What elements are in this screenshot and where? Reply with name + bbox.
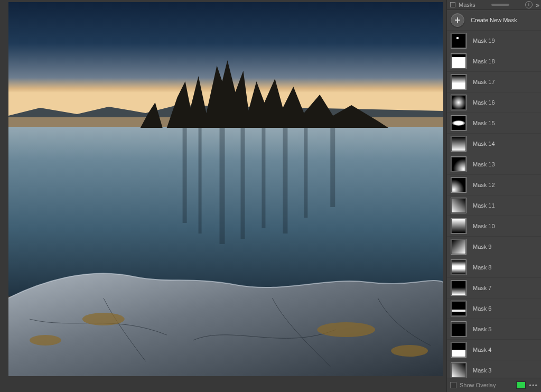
mask-label: Mask 18 xyxy=(473,58,495,64)
panel-dock-icon[interactable] xyxy=(450,2,455,7)
mask-thumbnail[interactable] xyxy=(451,198,467,213)
mask-label: Mask 3 xyxy=(473,367,491,374)
mask-label: Mask 6 xyxy=(473,305,491,312)
mask-thumbnail[interactable] xyxy=(451,321,467,337)
mask-label: Mask 4 xyxy=(473,347,491,353)
mask-thumbnail[interactable] xyxy=(451,342,467,358)
svg-rect-31 xyxy=(262,128,265,228)
masks-panel: Masks i » Create New Mask Mask 19Mask 18… xyxy=(446,0,541,392)
mask-item[interactable]: Mask 13 xyxy=(447,154,541,175)
mask-item[interactable]: Mask 14 xyxy=(447,134,541,154)
svg-point-37 xyxy=(317,322,375,337)
svg-rect-26 xyxy=(8,127,443,296)
mask-label: Mask 17 xyxy=(473,79,495,85)
svg-rect-28 xyxy=(199,128,202,234)
mask-label: Mask 13 xyxy=(473,161,495,167)
create-mask-row[interactable]: Create New Mask xyxy=(447,10,541,31)
mask-thumbnail[interactable] xyxy=(451,74,467,90)
mask-label: Mask 10 xyxy=(473,223,495,229)
plus-icon xyxy=(454,17,461,23)
mask-item[interactable]: Mask 15 xyxy=(447,113,541,134)
mask-item[interactable]: Mask 16 xyxy=(447,92,541,113)
info-icon[interactable]: i xyxy=(525,1,533,8)
mask-thumbnail[interactable] xyxy=(451,218,467,234)
mask-thumbnail[interactable] xyxy=(451,156,467,172)
overlay-options-icon[interactable]: ••• xyxy=(529,381,538,389)
mask-thumbnail[interactable] xyxy=(451,362,467,378)
mask-item[interactable]: Mask 17 xyxy=(447,72,541,92)
svg-rect-30 xyxy=(240,128,245,239)
mask-item[interactable]: Mask 4 xyxy=(447,340,541,360)
mask-thumbnail[interactable] xyxy=(451,280,467,296)
svg-rect-32 xyxy=(283,128,287,234)
mask-label: Mask 14 xyxy=(473,141,495,147)
mask-label: Mask 16 xyxy=(473,99,495,106)
overlay-color-swatch[interactable] xyxy=(516,381,526,389)
svg-rect-34 xyxy=(330,128,335,207)
mask-thumbnail[interactable] xyxy=(451,95,467,110)
mask-item[interactable]: Mask 3 xyxy=(447,360,541,378)
mask-label: Mask 9 xyxy=(473,244,491,250)
mask-thumbnail[interactable] xyxy=(451,177,467,193)
svg-point-36 xyxy=(30,335,61,346)
mask-label: Mask 12 xyxy=(473,182,495,188)
mask-label: Mask 8 xyxy=(473,264,491,270)
mask-label: Mask 15 xyxy=(473,120,495,126)
mask-item[interactable]: Mask 19 xyxy=(447,31,541,51)
expand-panel-icon[interactable]: » xyxy=(536,1,538,9)
svg-point-38 xyxy=(391,345,428,357)
panel-drag-handle[interactable] xyxy=(491,4,509,6)
mask-thumbnail[interactable] xyxy=(451,301,467,316)
mask-item[interactable]: Mask 18 xyxy=(447,51,541,72)
image-canvas[interactable] xyxy=(8,2,443,376)
mask-item[interactable]: Mask 10 xyxy=(447,216,541,237)
mask-item[interactable]: Mask 9 xyxy=(447,237,541,257)
create-mask-label: Create New Mask xyxy=(471,17,517,23)
masks-panel-footer: Show Overlay ••• xyxy=(447,378,541,392)
svg-rect-29 xyxy=(220,128,225,244)
mask-item[interactable]: Mask 11 xyxy=(447,195,541,216)
mask-label: Mask 7 xyxy=(473,285,491,291)
show-overlay-checkbox[interactable] xyxy=(450,382,456,388)
mask-thumbnail[interactable] xyxy=(451,239,467,255)
mask-item[interactable]: Mask 7 xyxy=(447,278,541,298)
mask-item[interactable]: Mask 6 xyxy=(447,298,541,319)
mask-item[interactable]: Mask 8 xyxy=(447,257,541,278)
mask-thumbnail[interactable] xyxy=(451,115,467,131)
masks-panel-title: Masks xyxy=(459,2,475,8)
mask-item[interactable]: Mask 5 xyxy=(447,319,541,340)
show-overlay-label: Show Overlay xyxy=(460,382,516,388)
mask-label: Mask 11 xyxy=(473,202,495,209)
mask-thumbnail[interactable] xyxy=(451,259,467,275)
mask-thumbnail[interactable] xyxy=(451,136,467,152)
masks-list: Create New Mask Mask 19Mask 18Mask 17Mas… xyxy=(447,10,541,378)
photo-preview xyxy=(8,2,443,376)
svg-rect-33 xyxy=(304,128,307,218)
mask-thumbnail[interactable] xyxy=(451,33,467,49)
mask-item[interactable]: Mask 12 xyxy=(447,175,541,195)
mask-label: Mask 5 xyxy=(473,326,491,332)
svg-rect-27 xyxy=(183,128,187,223)
create-mask-button[interactable] xyxy=(451,13,464,27)
image-viewer[interactable] xyxy=(0,0,446,392)
svg-point-35 xyxy=(82,313,125,325)
mask-thumbnail[interactable] xyxy=(451,53,467,69)
app-root: Masks i » Create New Mask Mask 19Mask 18… xyxy=(0,0,541,392)
masks-panel-header: Masks i » xyxy=(447,0,541,10)
mask-label: Mask 19 xyxy=(473,38,495,44)
